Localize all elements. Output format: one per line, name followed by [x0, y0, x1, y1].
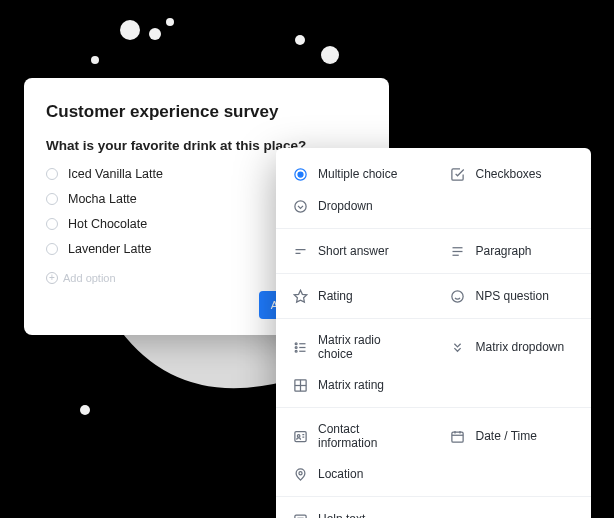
menu-item-label: Dropdown	[318, 199, 373, 213]
paragraph-icon	[450, 243, 466, 259]
radio-icon	[46, 193, 58, 205]
svg-point-3	[166, 18, 174, 26]
svg-point-2	[149, 28, 161, 40]
svg-point-24	[295, 350, 297, 352]
menu-item-label: Rating	[318, 289, 353, 303]
svg-point-5	[321, 46, 339, 64]
menu-item-label: Matrix dropdown	[476, 340, 565, 354]
menu-item-label: Paragraph	[476, 244, 532, 258]
svg-point-32	[297, 434, 300, 437]
menu-item-label: Date / Time	[476, 429, 537, 443]
menu-item-multiple-choice[interactable]: Multiple choice	[276, 158, 434, 190]
menu-item-matrix-rating[interactable]: Matrix rating	[276, 369, 434, 401]
svg-point-22	[295, 342, 297, 344]
grid-icon	[292, 377, 308, 393]
svg-point-19	[452, 290, 463, 301]
menu-item-label: Short answer	[318, 244, 389, 258]
svg-point-39	[298, 471, 301, 474]
svg-point-11	[298, 172, 303, 177]
text-box-icon	[292, 511, 308, 518]
menu-item-label: Help text	[318, 512, 365, 518]
calendar-icon	[450, 428, 466, 444]
list-radio-icon	[292, 339, 308, 355]
svg-point-9	[80, 405, 90, 415]
svg-point-23	[295, 346, 297, 348]
svg-point-1	[120, 20, 140, 40]
radio-selected-icon	[292, 166, 308, 182]
menu-item-datetime[interactable]: Date / Time	[434, 414, 592, 458]
menu-separator	[276, 273, 591, 274]
menu-item-label: Contact information	[318, 422, 418, 450]
radio-icon	[46, 168, 58, 180]
option-label: Lavender Latte	[68, 242, 151, 256]
question-type-menu: Multiple choice Checkboxes Dropdown	[276, 148, 591, 518]
menu-separator	[276, 228, 591, 229]
menu-separator	[276, 318, 591, 319]
svg-point-12	[294, 200, 305, 211]
menu-item-label: NPS question	[476, 289, 549, 303]
option-label: Mocha Latte	[68, 192, 137, 206]
star-icon	[292, 288, 308, 304]
add-option-button[interactable]: + Add option	[46, 272, 116, 284]
svg-point-6	[91, 56, 99, 64]
menu-item-location[interactable]: Location	[276, 458, 434, 490]
plus-circle-icon: +	[46, 272, 58, 284]
survey-title: Customer experience survey	[46, 102, 367, 122]
menu-item-checkboxes[interactable]: Checkboxes	[434, 158, 592, 190]
menu-item-label: Matrix rating	[318, 378, 384, 392]
svg-marker-18	[294, 290, 307, 302]
menu-item-matrix-dropdown[interactable]: Matrix dropdown	[434, 325, 592, 369]
menu-item-label: Matrix radio choice	[318, 333, 418, 361]
menu-item-matrix-radio[interactable]: Matrix radio choice	[276, 325, 434, 369]
radio-icon	[46, 218, 58, 230]
svg-rect-35	[452, 432, 463, 442]
menu-item-label: Location	[318, 467, 363, 481]
menu-item-dropdown[interactable]: Dropdown	[276, 190, 434, 222]
menu-item-nps[interactable]: NPS question	[434, 280, 592, 312]
map-pin-icon	[292, 466, 308, 482]
menu-item-label: Checkboxes	[476, 167, 542, 181]
menu-item-short-answer[interactable]: Short answer	[276, 235, 434, 267]
add-option-label: Add option	[63, 272, 116, 284]
menu-separator	[276, 496, 591, 497]
radio-icon	[46, 243, 58, 255]
menu-item-label: Multiple choice	[318, 167, 397, 181]
menu-item-rating[interactable]: Rating	[276, 280, 434, 312]
menu-item-help-text[interactable]: Help text	[276, 503, 434, 518]
svg-rect-31	[294, 431, 305, 441]
svg-point-4	[295, 35, 305, 45]
dropdown-circle-icon	[292, 198, 308, 214]
menu-separator	[276, 407, 591, 408]
smile-icon	[450, 288, 466, 304]
contact-card-icon	[292, 428, 308, 444]
option-label: Iced Vanilla Latte	[68, 167, 163, 181]
short-text-icon	[292, 243, 308, 259]
option-label: Hot Chocolate	[68, 217, 147, 231]
double-chevron-down-icon	[450, 339, 466, 355]
menu-item-contact[interactable]: Contact information	[276, 414, 434, 458]
checkbox-icon	[450, 166, 466, 182]
menu-item-paragraph[interactable]: Paragraph	[434, 235, 592, 267]
